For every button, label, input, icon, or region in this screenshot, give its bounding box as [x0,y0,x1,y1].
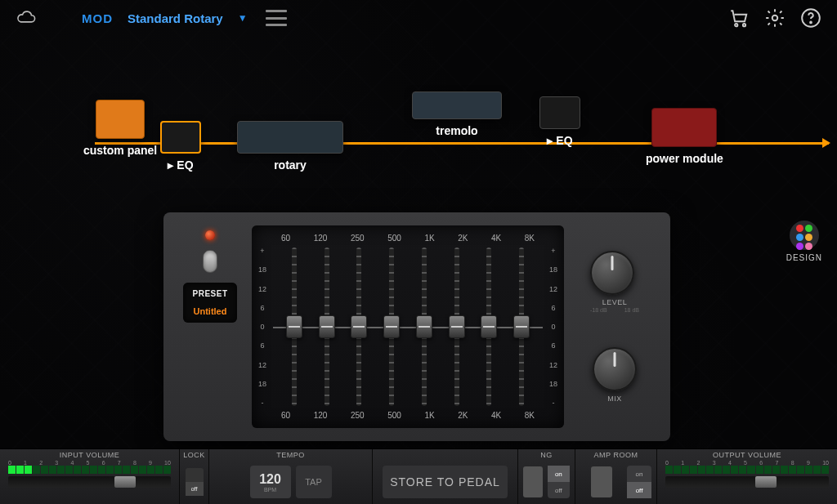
ng-switch[interactable] [523,466,543,497]
input-scale: 012345678910 [0,460,179,466]
level-knob-wrap: LEVEL -18 dB18 dB [590,251,639,313]
freq-label: 8K [525,234,535,243]
module-tremolo[interactable]: tremolo [412,91,502,137]
lock-toggle[interactable]: off [186,468,204,496]
tap-button[interactable]: TAP [296,466,332,498]
freq-label: 500 [387,234,401,243]
mod-category-label: MOD [82,11,113,25]
signal-chain: custom panel ▸ EQ rotary tremolo ▸ EQ po… [0,85,837,175]
svg-point-1 [743,24,745,26]
eq-panel: PRESET Untitled 60 120 250 500 1K 2K 4K … [163,212,670,441]
output-volume-slider[interactable] [665,476,829,488]
preset-current-name: Untitled [186,306,234,316]
preset-title: PRESET [186,289,234,298]
preset-selector[interactable]: PRESET Untitled [183,283,237,323]
freq-label: 120 [314,234,328,243]
output-volume-label: OUTPUT VOLUME [657,449,837,460]
eq-band-60[interactable] [281,248,307,406]
module-label: rotary [237,158,343,172]
eq-band-4k[interactable] [477,248,503,406]
amp-toggle[interactable]: on off [627,466,651,498]
tempo-section: TEMPO 120 BPM TAP [209,449,373,504]
mix-label: MIX [593,395,637,403]
level-knob[interactable] [590,251,634,295]
module-label: power module [646,152,723,165]
eq-band-2k[interactable] [444,248,470,406]
ng-section: NG on off [518,449,575,504]
ng-label: NG [518,449,575,460]
freq-label: 250 [351,411,365,420]
module-label: ▸ EQ [539,134,580,147]
module-label: ▸ EQ [160,158,201,172]
input-volume-slider[interactable] [8,476,171,488]
input-volume-section: INPUT VOLUME 012345678910 [0,449,180,504]
gear-icon[interactable] [762,5,788,31]
amp-room-label: AMP ROOM [575,449,656,460]
preset-name[interactable]: Standard Rotary [128,11,223,25]
store-to-pedal-button[interactable]: STORE TO PEDAL [383,466,508,498]
module-custom-panel[interactable]: custom panel [83,100,157,157]
design-label: DESIGN [786,253,822,262]
mix-knob[interactable] [593,347,637,391]
power-toggle[interactable] [203,250,217,273]
freq-label: 60 [281,234,290,243]
lock-section: LOCK off [180,449,209,504]
power-led [205,230,215,240]
eq-band-500[interactable] [378,248,405,406]
cloud-icon[interactable] [13,5,39,31]
db-scale-left: + 18 12 6 0 6 12 18 - [252,247,273,407]
freq-label: 60 [281,411,290,420]
eq-sliders [263,243,553,411]
svg-point-0 [735,24,737,26]
bpm-value: 120 [259,472,281,487]
eq-band-8k[interactable] [508,248,535,406]
output-meter [657,466,837,474]
input-meter [0,466,179,474]
freq-label: 4K [491,411,501,420]
freq-label: 120 [314,411,328,420]
freq-labels-top: 60 120 250 500 1K 2K 4K 8K [263,234,553,243]
design-icon [790,221,819,250]
help-icon[interactable] [798,5,824,31]
eq-band-250[interactable] [347,248,373,406]
db-scale-right: + 18 12 6 0 6 12 18 - [543,247,564,407]
cart-icon[interactable] [726,5,752,31]
output-scale: 012345678910 [657,460,837,466]
bpm-unit: BPM [264,487,276,493]
freq-label: 1K [424,411,434,420]
tempo-label: TEMPO [209,449,372,460]
amp-room-section: AMP ROOM on off [575,449,657,504]
preset-dropdown-icon[interactable]: ▼ [238,12,248,24]
store-section: STORE TO PEDAL [373,449,518,504]
module-label: tremolo [412,124,502,137]
design-button[interactable]: DESIGN [786,221,822,262]
panel-knobs: LEVEL -18 dB18 dB MIX [574,225,656,428]
freq-labels-bottom: 60 120 250 500 1K 2K 4K 8K [263,411,553,420]
level-label: LEVEL [590,298,639,306]
menu-icon[interactable] [266,10,287,26]
freq-label: 500 [387,411,401,420]
panel-left-controls: PRESET Untitled [178,225,242,428]
svg-point-2 [772,16,778,21]
freq-label: 4K [491,234,501,243]
eq-band-1k[interactable] [411,248,437,406]
eq-band-120[interactable] [314,248,340,406]
freq-label: 2K [458,234,468,243]
svg-point-4 [810,22,812,24]
eq-graphic: 60 120 250 500 1K 2K 4K 8K + 18 12 6 0 6… [252,225,564,428]
bpm-display[interactable]: 120 BPM [250,466,291,498]
ng-toggle[interactable]: on off [548,466,570,498]
output-volume-section: OUTPUT VOLUME 012345678910 [657,449,837,504]
freq-label: 250 [351,234,365,243]
freq-label: 1K [424,234,434,243]
freq-label: 8K [525,411,535,420]
top-bar: MOD Standard Rotary ▼ [0,0,837,36]
module-rotary[interactable]: rotary [237,121,343,172]
amp-switch[interactable] [591,466,612,497]
freq-label: 2K [458,411,468,420]
module-power[interactable]: power module [646,108,723,165]
module-eq-selected[interactable]: ▸ EQ [160,121,201,172]
lock-label: LOCK [180,449,208,460]
module-eq2[interactable]: ▸ EQ [539,96,580,147]
module-label: custom panel [83,144,157,157]
